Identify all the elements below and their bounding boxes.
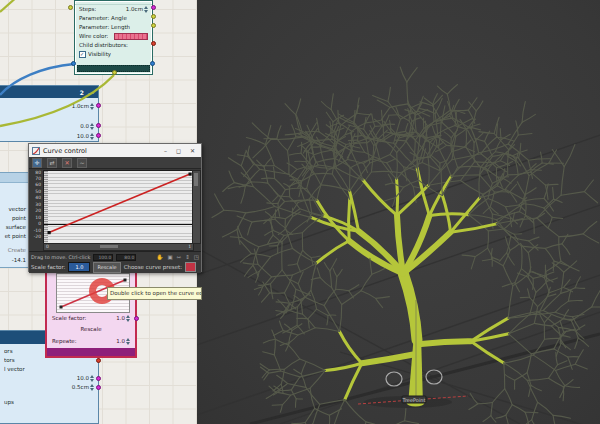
viewport-3d[interactable]: TreePoint — [197, 0, 600, 424]
node-2-header[interactable]: 2 — — [0, 86, 98, 98]
delete-point-icon[interactable]: ✕ — [62, 158, 72, 168]
repeate-value[interactable]: 1.0 — [116, 337, 125, 346]
node-path-parameters[interactable]: Steps: 1.0cm Parameter: Angle Parameter:… — [74, 0, 153, 75]
port-out-magenta[interactable] — [151, 5, 156, 10]
dialog-titlebar[interactable]: Curve control – ◻ ✕ — [29, 144, 201, 158]
node-01-value-2[interactable]: 0.5cm — [72, 383, 89, 392]
curve-plot-area[interactable] — [43, 170, 194, 244]
wire-color-swatch[interactable] — [114, 33, 148, 41]
visibility-checkbox[interactable] — [79, 51, 86, 58]
y-tick-label: 40 — [29, 195, 41, 200]
option-vector[interactable]: vector — [0, 205, 26, 214]
v-scroll-thumb[interactable] — [194, 173, 198, 186]
option-point[interactable]: point — [0, 214, 26, 223]
minimize-icon[interactable]: – — [164, 147, 167, 154]
x-max-label: 1 — [188, 244, 191, 249]
node-01-row: l vector — [0, 365, 98, 374]
node-curve-scale[interactable]: Scale factor: 1.0 Rescale Repeate: 1.0 — [45, 268, 137, 358]
spinner-icon[interactable] — [90, 123, 94, 130]
tooltip-text: Double click to open the curve editor — [110, 290, 202, 296]
dialog-toolbar[interactable]: ✛⇄✕~ — [29, 157, 201, 169]
node-2-row: 10.0 — [0, 132, 98, 141]
h-scroll-thumb[interactable] — [100, 245, 118, 248]
node-01-port[interactable] — [96, 376, 101, 381]
curve-control-dialog[interactable]: Curve control – ◻ ✕ ✛⇄✕~ 807060504030201… — [28, 143, 202, 272]
rescale-button[interactable]: Rescale — [80, 325, 101, 334]
coord-x-field[interactable]: 100.0 — [93, 254, 113, 261]
maximize-icon[interactable]: ◻ — [176, 147, 181, 154]
create-button[interactable]: Create — [0, 246, 26, 255]
spinner-icon[interactable] — [90, 384, 94, 391]
scale-factor-field[interactable]: 1.0 — [68, 262, 90, 272]
steps-label: Steps: — [79, 5, 96, 14]
node-01-port-red[interactable] — [96, 358, 101, 363]
pink-node-port[interactable] — [134, 316, 139, 321]
y-tick-label: -10 — [29, 228, 41, 233]
close-icon[interactable]: ✕ — [190, 147, 195, 154]
y-tick-label: 60 — [29, 182, 41, 187]
app-window: Steps: 1.0cm Parameter: Angle Parameter:… — [0, 0, 600, 424]
collapse-icon[interactable]: — — [88, 89, 94, 96]
zoom-vertical-icon[interactable]: ⇕ — [185, 254, 190, 260]
spinner-icon[interactable] — [90, 103, 94, 110]
port-bottom-yellow[interactable] — [112, 70, 117, 75]
row-child-distributors: Child distributors: — [75, 41, 152, 50]
node-01-frag-1: ors — [4, 347, 13, 356]
port-out-yellow[interactable] — [151, 23, 156, 28]
node-01-port[interactable] — [96, 385, 101, 390]
node-direction-value[interactable]: -14.1 — [0, 256, 26, 265]
node-2-port[interactable] — [96, 103, 101, 108]
visibility-label: Visibility — [88, 50, 111, 59]
zoom-extents-icon[interactable]: ▣ — [167, 254, 172, 260]
wire-color-label: Wire color: — [79, 32, 108, 41]
spinner-icon[interactable] — [90, 133, 94, 140]
node-2-title: 2 — [80, 89, 84, 96]
node-2-port[interactable] — [96, 133, 101, 138]
port-out-yellow[interactable] — [151, 14, 156, 19]
rescale-button[interactable]: Rescale — [93, 262, 120, 273]
preset-label: Choose curve preset: — [124, 264, 183, 270]
horizontal-scrollbar[interactable]: 0 1 — [43, 243, 194, 251]
node-2-row: 0.0 — [0, 122, 98, 131]
move-point-icon[interactable]: ✛ — [32, 158, 42, 168]
node-01-row: 10.0 — [0, 374, 98, 383]
port-out-red[interactable] — [151, 41, 156, 46]
coord-y-field[interactable]: 80.0 — [116, 254, 136, 261]
zoom-horizontal-icon[interactable]: ⇿ — [177, 254, 182, 260]
pan-hand-icon[interactable]: ✋ — [157, 254, 164, 260]
port-in-yellow[interactable] — [68, 5, 73, 10]
y-tick-label: 30 — [29, 202, 41, 207]
port-bottom-blue[interactable] — [150, 61, 155, 66]
node-2[interactable]: 2 — 1.0cm 0.0 10.0 — [0, 85, 99, 142]
zoom-region-icon[interactable]: ◳ — [194, 254, 199, 260]
y-tick-label: -20 — [29, 234, 41, 239]
smooth-point-icon[interactable]: ~ — [77, 158, 87, 168]
tree-model[interactable] — [212, 67, 600, 424]
option-surface[interactable]: surface — [0, 223, 26, 232]
scale-factor-value[interactable]: 1.0 — [116, 314, 125, 323]
pink-rescale-row: Rescale — [47, 325, 135, 334]
node-2-value-1[interactable]: 1.0cm — [72, 102, 89, 111]
pan-view-icon[interactable]: ⇄ — [47, 158, 57, 168]
curve-line[interactable] — [44, 171, 193, 243]
node-2-value-3[interactable]: 10.0 — [77, 132, 89, 141]
scale-factor-label: Scale factor: — [31, 264, 65, 270]
dialog-title: Curve control — [43, 147, 87, 155]
spinner-icon[interactable] — [126, 338, 130, 345]
vertical-scrollbar[interactable] — [192, 170, 201, 244]
gizmo-label-text: TreePoint — [402, 397, 426, 403]
port-bottom-blue[interactable] — [71, 61, 76, 66]
node-2-port[interactable] — [96, 123, 101, 128]
curve-preset-swatch[interactable] — [185, 262, 196, 272]
option-target-point[interactable]: et point — [0, 232, 26, 241]
repeate-label: Repeate: — [52, 337, 77, 346]
node-01-frag-4: ups — [4, 398, 14, 407]
node-2-value-2[interactable]: 0.0 — [80, 122, 89, 131]
spinner-icon[interactable] — [126, 315, 130, 322]
node-01-value-1[interactable]: 10.0 — [77, 374, 89, 383]
steps-value[interactable]: 1.0cm — [126, 5, 143, 14]
node-01-row: ups — [0, 398, 98, 407]
spinner-icon[interactable] — [144, 6, 148, 13]
spinner-icon[interactable] — [90, 375, 94, 382]
status-hint: Drag to move. Ctrl-click — [31, 254, 90, 260]
